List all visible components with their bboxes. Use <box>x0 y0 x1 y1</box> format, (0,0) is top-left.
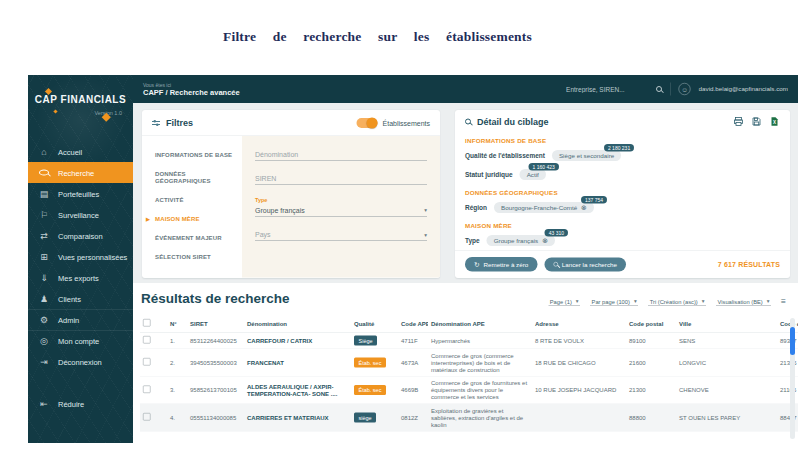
row-checkbox[interactable] <box>143 358 151 366</box>
search-icon[interactable] <box>656 86 662 92</box>
count-badge: 1 160 423 <box>529 163 559 171</box>
establishments-toggle[interactable] <box>357 118 378 128</box>
denomination-input[interactable] <box>255 148 427 161</box>
filter-section-item[interactable]: DONNÉES GÉOGRAPHIQUES <box>142 164 242 190</box>
remove-icon[interactable]: ⊗ <box>542 237 548 244</box>
qualite-badge: Siège <box>354 336 377 346</box>
establishments-toggle-wrap: Établissements <box>357 118 430 128</box>
sidebar-item[interactable]: ⊞ Vues personnalisées <box>28 246 133 267</box>
criterion-chip[interactable]: Actif ⊗ 1 160 423 <box>520 169 546 180</box>
sidebar-item-icon: ♟ <box>39 293 49 304</box>
cell-adresse <box>532 404 626 432</box>
cell-ville: LONGVIC <box>676 349 777 377</box>
cell-adresse: 10 RUE JOSEPH JACQUARD <box>532 376 626 404</box>
pays-select[interactable]: Pays ▾ <box>255 229 427 242</box>
row-checkbox[interactable] <box>143 386 151 394</box>
type-select[interactable]: Groupe français ▾ <box>255 204 427 217</box>
sidebar-item[interactable]: ⇓ Mes exports <box>28 267 133 288</box>
sidebar-item[interactable]: ▤ Portefeuilles <box>28 183 133 204</box>
filter-section-item[interactable]: ACTIVITÉ <box>142 190 242 209</box>
cell-code-postal: 89100 <box>626 332 676 349</box>
sidebar-item-icon: ⚙ <box>39 314 49 325</box>
cell-denomination: FRANCENAT <box>244 349 351 377</box>
criterion-chip[interactable]: Siège et secondaire ⊗ 2 180 231 <box>552 150 621 161</box>
row-checkbox[interactable] <box>143 336 151 344</box>
denomination-field-wrap <box>255 148 427 161</box>
chevron-down-icon: ▾ <box>634 298 637 305</box>
excel-export-icon[interactable]: X <box>769 116 780 127</box>
sidebar-item[interactable]: ⇥ Déconnexion <box>28 351 133 372</box>
save-icon[interactable] <box>751 116 762 127</box>
cell-ville: SENS <box>676 332 777 349</box>
select-all-checkbox[interactable] <box>143 319 151 327</box>
remove-icon[interactable]: ⊗ <box>581 204 587 211</box>
svg-text:X: X <box>773 120 776 125</box>
results-control-dropdown[interactable]: Page (1) ▾ <box>548 297 580 306</box>
qualite-badge: Étab. sec <box>354 358 386 368</box>
criterion-label: Statut juridique <box>465 171 513 179</box>
filter-section-label: ACTIVITÉ <box>155 196 184 203</box>
filter-section-item[interactable]: INFORMATIONS DE BASE <box>142 145 242 164</box>
col-adresse: Adresse <box>532 315 626 332</box>
row-checkbox[interactable] <box>143 413 151 421</box>
siren-input[interactable] <box>255 173 427 186</box>
chevron-down-icon: ▾ <box>767 298 770 305</box>
filters-body: INFORMATIONS DE BASE DONNÉES GÉOGRAPHIQU… <box>142 136 440 278</box>
results-control-dropdown[interactable]: Par page (100) ▾ <box>590 297 638 306</box>
sidebar-item-label: Clients <box>58 294 81 303</box>
filter-section-label: DONNÉES GÉOGRAPHIQUES <box>155 170 211 184</box>
filter-section-label: ÉVÉNEMENT MAJEUR <box>155 234 222 241</box>
cell-siret: 85312264400025 <box>187 332 244 349</box>
criterion-chip[interactable]: Bourgogne-Franche-Comté ⊗ 137 754 <box>494 202 594 213</box>
results-table-wrap: N° SIRET Dénomination Qualité Code APE D… <box>140 315 798 443</box>
table-row[interactable]: 3. 95852613700105 ALDES AERAULIQUE / AXP… <box>140 376 798 404</box>
cell-code-postal: 88800 <box>626 404 676 432</box>
launch-search-label: Lancer la recherche <box>562 261 617 268</box>
results-control-dropdown[interactable]: Tri (Création (asc)) ▾ <box>648 297 706 306</box>
scrollbar-thumb[interactable] <box>790 327 795 355</box>
cell-denomination: CARREFOUR / CATRIX <box>244 332 351 349</box>
type-field-wrap: Type Groupe français ▾ <box>255 197 427 217</box>
filters-form: Type Groupe français ▾ Pays ▾ <box>242 136 440 278</box>
sidebar-item-icon: ⚐ <box>39 209 49 220</box>
filter-section-item[interactable]: ÉVÉNEMENT MAJEUR <box>142 228 242 247</box>
columns-menu-icon[interactable]: ≡ <box>781 297 786 307</box>
chevron-down-icon: ▾ <box>424 207 427 214</box>
sidebar-item[interactable]: ⚐ Surveillance <box>28 204 133 225</box>
topbar-right: ☺ david.belaig@capfinancials.com <box>566 83 788 96</box>
sidebar-item[interactable]: ⇄ Comparaison <box>28 225 133 246</box>
col-num: N° <box>167 315 187 332</box>
criterion-chip[interactable]: Groupe français ⊗ 43 310 <box>487 235 555 246</box>
sidebar-item-label: Recherche <box>58 168 94 177</box>
sidebar-item[interactable]: ⚙ Admin <box>28 309 133 330</box>
app-version: Version 1.0 <box>28 110 133 116</box>
filter-section-item[interactable]: SÉLECTION SIRET <box>142 247 242 266</box>
sidebar-collapse-button[interactable]: ⇤ Réduire <box>28 394 133 414</box>
sidebar-item-icon: ▤ <box>39 188 49 199</box>
launch-search-button[interactable]: Lancer la recherche <box>544 257 626 271</box>
sidebar-item[interactable]: ♟ Clients <box>28 288 133 309</box>
content: Filtres Établissements INFORMATIONS DE B… <box>133 103 798 443</box>
reset-button[interactable]: ↻ Remettre à zéro <box>465 257 537 272</box>
table-row[interactable]: 2. 39450535500003 FRANCENAT Étab. sec 46… <box>140 349 798 377</box>
printer-icon[interactable] <box>733 116 744 127</box>
filters-title: Filtres <box>166 118 193 129</box>
results-controls: Page (1) ▾ Par page (100) ▾ Tri (Créatio… <box>548 297 786 307</box>
results-title: Résultats de recherche <box>141 291 290 307</box>
sidebar-item-label: Admin <box>58 316 79 325</box>
sidebar-item[interactable]: ◎ Mon compte <box>28 330 133 351</box>
global-search-input[interactable] <box>566 85 651 93</box>
sidebar-item[interactable]: ⌂ Accueil <box>28 141 133 162</box>
table-row[interactable]: 4. 05551134000085 CARRIERES ET MATERIAUX… <box>140 404 798 432</box>
sidebar-item-label: Surveillance <box>58 210 99 219</box>
filter-section-item[interactable]: MAISON MÈRE <box>142 209 242 228</box>
table-row[interactable]: 1. 85312264400025 CARREFOUR / CATRIX Siè… <box>140 332 798 349</box>
count-badge: 137 754 <box>581 196 607 204</box>
sidebar-item[interactable]: Recherche <box>28 162 133 183</box>
logo-text: CAP FINANCIALS <box>28 94 133 106</box>
avatar[interactable]: ☺ <box>679 83 691 95</box>
results-control-dropdown[interactable]: Visualisation (BE) ▾ <box>716 297 771 306</box>
app-window: CAP FINANCIALS Version 1.0 ⌂ Accueil Rec… <box>28 75 798 443</box>
cell-siret: 95852613700105 <box>187 376 244 404</box>
vertical-scrollbar[interactable] <box>790 318 795 439</box>
